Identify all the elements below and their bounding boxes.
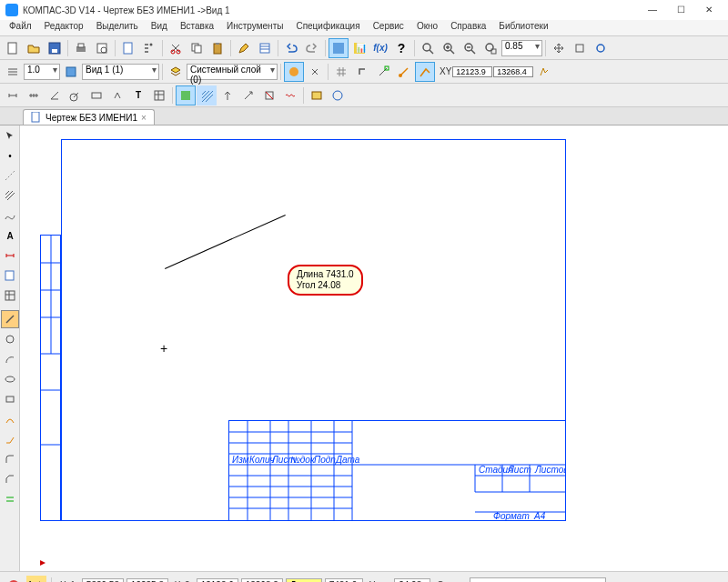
arrow1-icon[interactable] — [217, 85, 238, 105]
rotate-button[interactable] — [570, 38, 590, 58]
menu-view[interactable]: Вид — [146, 20, 173, 35]
fx-button[interactable]: f(x) — [370, 38, 390, 58]
arc-tool[interactable] — [1, 350, 19, 368]
dim-angle-icon[interactable] — [45, 85, 65, 105]
zoom-out-button[interactable] — [460, 38, 480, 58]
tol-button[interactable] — [86, 85, 106, 105]
text-button[interactable]: T — [128, 85, 148, 105]
coord-x-field[interactable] — [452, 66, 492, 77]
section-button[interactable] — [259, 85, 279, 105]
zoom-fit-button[interactable] — [418, 38, 438, 58]
new-button[interactable] — [3, 38, 23, 58]
x1-field[interactable] — [82, 578, 124, 582]
menu-window[interactable]: Окно — [411, 20, 443, 35]
lineweight-icon[interactable] — [3, 62, 23, 82]
rect-tool[interactable] — [1, 390, 19, 408]
zoom-window-button[interactable] — [480, 38, 500, 58]
angle-field[interactable] — [394, 578, 430, 582]
cut-button[interactable] — [166, 38, 186, 58]
doc-icon[interactable] — [118, 38, 138, 58]
help-button[interactable]: ? — [391, 38, 411, 58]
dim-radius-icon[interactable] — [66, 85, 86, 105]
spline-tool[interactable] — [1, 206, 19, 225]
snap-active-button[interactable] — [284, 62, 304, 82]
text-tool[interactable]: A — [1, 226, 19, 245]
zoom-in-button[interactable] — [439, 38, 459, 58]
maximize-button[interactable]: ☐ — [667, 2, 694, 18]
view-icon[interactable] — [61, 62, 81, 82]
dim-tool[interactable] — [1, 246, 19, 265]
menu-edit[interactable]: Редактор — [39, 20, 89, 35]
save-button[interactable] — [45, 38, 65, 58]
layer-dropdown[interactable]: Системный слой (0) — [187, 64, 278, 80]
dim-chain-icon[interactable] — [24, 85, 44, 105]
vars-button[interactable]: 📊 — [349, 38, 369, 58]
pick-button[interactable] — [534, 62, 554, 82]
lineweight-dropdown[interactable]: 1.0 — [24, 64, 60, 80]
hatch1-button[interactable] — [176, 85, 196, 105]
grid-button[interactable] — [331, 62, 351, 82]
props-button[interactable] — [255, 38, 275, 58]
hatch-tool[interactable] — [1, 186, 19, 205]
menu-insert[interactable]: Вставка — [175, 20, 219, 35]
open-button[interactable] — [24, 38, 44, 58]
point-tool[interactable]: • — [1, 146, 19, 165]
sheet-tool[interactable] — [1, 266, 19, 285]
zoom-level-dropdown[interactable]: 0.85 — [501, 40, 542, 56]
pointer-tool[interactable] — [1, 126, 19, 145]
detail1-button[interactable] — [307, 85, 327, 105]
hatch2-button[interactable] — [197, 85, 217, 105]
minimize-button[interactable]: — — [639, 2, 666, 18]
menu-spec[interactable]: Спецификация — [290, 20, 365, 35]
close-button[interactable]: ✕ — [695, 2, 723, 18]
manager-button[interactable] — [329, 38, 349, 58]
x2-field[interactable] — [197, 578, 238, 582]
table-button[interactable] — [149, 85, 169, 105]
rough-button[interactable] — [107, 85, 127, 105]
auto-button[interactable] — [415, 62, 435, 82]
circle-tool[interactable] — [1, 330, 19, 348]
memo-button[interactable] — [394, 62, 414, 82]
dim-linear-icon[interactable] — [3, 85, 23, 105]
layers-icon[interactable] — [166, 62, 186, 82]
menu-tools[interactable]: Инструменты — [221, 20, 288, 35]
auto-button2[interactable]: Auto — [26, 576, 46, 583]
coord-y-field[interactable] — [493, 66, 533, 77]
cont-tool[interactable] — [1, 430, 19, 448]
y2-field[interactable] — [241, 578, 283, 582]
chamfer-tool[interactable] — [1, 470, 19, 488]
length-field[interactable] — [325, 578, 363, 582]
arrow2-icon[interactable] — [238, 85, 258, 105]
print-button[interactable] — [71, 38, 91, 58]
table-tool[interactable] — [1, 286, 19, 305]
view-dropdown[interactable]: Вид 1 (1) — [82, 64, 159, 80]
menu-service[interactable]: Сервис — [368, 20, 410, 35]
snap-end-button[interactable] — [373, 62, 393, 82]
menu-libs[interactable]: Библиотеки — [493, 20, 553, 35]
detail2-button[interactable] — [328, 85, 348, 105]
menu-help[interactable]: Справка — [445, 20, 491, 35]
preview-button[interactable] — [92, 38, 112, 58]
redo-button[interactable] — [302, 38, 322, 58]
snap-button[interactable] — [305, 62, 325, 82]
menu-select[interactable]: Выделить — [91, 20, 144, 35]
copy-button[interactable] — [187, 38, 207, 58]
undo-button[interactable] — [281, 38, 301, 58]
fillet-tool[interactable] — [1, 450, 19, 468]
bezier-tool[interactable] — [1, 410, 19, 428]
ortho-button[interactable] — [352, 62, 372, 82]
edit-icon[interactable] — [234, 38, 254, 58]
style-dropdown[interactable] — [470, 577, 606, 583]
menu-file[interactable]: Файл — [4, 20, 37, 35]
tree-button[interactable] — [139, 38, 159, 58]
pan-button[interactable] — [549, 38, 569, 58]
tab-close-button[interactable]: × — [141, 113, 147, 123]
stop-button[interactable] — [4, 576, 24, 583]
paste-button[interactable] — [207, 38, 228, 58]
tab-drawing[interactable]: Чертеж БЕЗ ИМЕНИ1 × — [23, 109, 155, 125]
y1-field[interactable] — [126, 578, 168, 582]
line-tool[interactable] — [1, 310, 19, 328]
offset-tool[interactable] — [1, 490, 19, 508]
refresh-button[interactable] — [591, 38, 611, 58]
break-button[interactable] — [280, 85, 300, 105]
